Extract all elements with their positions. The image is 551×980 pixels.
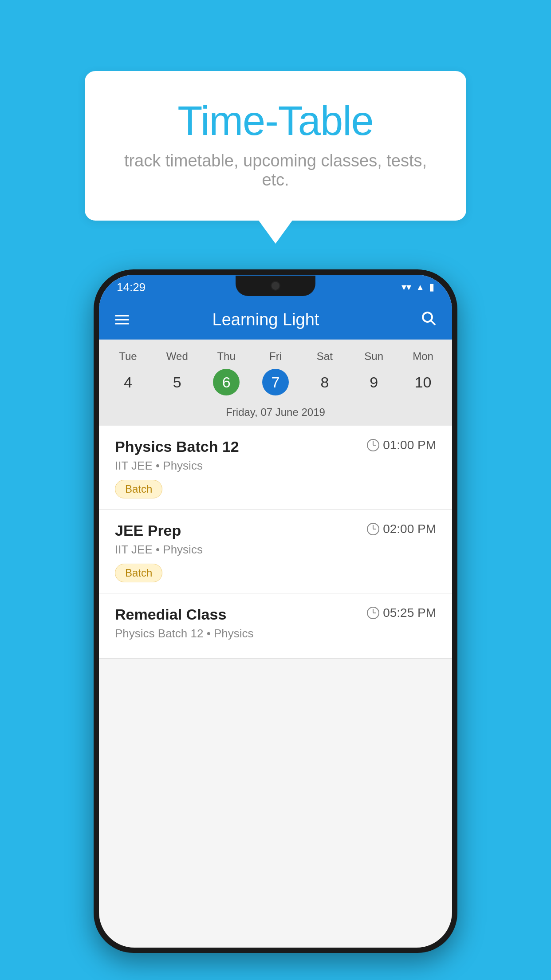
day-9[interactable]: 9 <box>361 369 387 395</box>
batch-badge-2: Batch <box>115 564 162 582</box>
schedule-time-3: 05:25 PM <box>367 606 436 620</box>
schedule-item-2[interactable]: JEE Prep 02:00 PM IIT JEE • Physics Batc… <box>99 510 452 593</box>
schedule-subtitle-1: IIT JEE • Physics <box>115 459 436 473</box>
tooltip-card: Time-Table track timetable, upcoming cla… <box>85 71 466 221</box>
day-header-sat: Sat <box>300 348 349 364</box>
status-icons: ▾▾ ▲ ▮ <box>401 281 434 293</box>
schedule-item-2-header: JEE Prep 02:00 PM <box>115 522 436 539</box>
phone-mockup: 14:29 ▾▾ ▲ ▮ Learning Light <box>94 269 457 953</box>
schedule-subtitle-3: Physics Batch 12 • Physics <box>115 627 436 640</box>
app-title: Learning Light <box>124 310 408 329</box>
day-header-tue: Tue <box>103 348 153 364</box>
day-header-thu: Thu <box>202 348 251 364</box>
schedule-time-value-1: 01:00 PM <box>383 438 436 452</box>
phone-notch <box>236 276 315 296</box>
day-4[interactable]: 4 <box>114 369 141 395</box>
day-header-sun: Sun <box>349 348 398 364</box>
tooltip-subtitle: track timetable, upcoming classes, tests… <box>120 151 431 190</box>
day-8[interactable]: 8 <box>311 369 338 395</box>
selected-date-label: Friday, 07 June 2019 <box>103 403 448 426</box>
tooltip-title: Time-Table <box>120 98 431 144</box>
day-header-fri: Fri <box>251 348 300 364</box>
clock-icon-2 <box>367 523 379 535</box>
schedule-name-3: Remedial Class <box>115 606 226 623</box>
schedule-time-2: 02:00 PM <box>367 522 436 536</box>
calendar-strip: Tue Wed Thu Fri Sat Sun Mon 4 5 6 7 8 9 … <box>99 340 452 426</box>
schedule-item-1[interactable]: Physics Batch 12 01:00 PM IIT JEE • Phys… <box>99 426 452 510</box>
app-bar: Learning Light <box>99 300 452 340</box>
day-numbers: 4 5 6 7 8 9 10 <box>103 369 448 403</box>
wifi-icon: ▾▾ <box>401 281 411 293</box>
schedule-time-value-3: 05:25 PM <box>383 606 436 620</box>
day-10[interactable]: 10 <box>410 369 437 395</box>
schedule-list: Physics Batch 12 01:00 PM IIT JEE • Phys… <box>99 426 452 659</box>
camera <box>271 281 280 291</box>
day-header-wed: Wed <box>153 348 202 364</box>
clock-icon-3 <box>367 607 379 619</box>
day-header-mon: Mon <box>398 348 448 364</box>
search-icon[interactable] <box>420 310 436 330</box>
schedule-name-1: Physics Batch 12 <box>115 438 239 455</box>
battery-icon: ▮ <box>429 281 434 293</box>
schedule-item-3-header: Remedial Class 05:25 PM <box>115 606 436 623</box>
day-6-today[interactable]: 6 <box>213 369 240 395</box>
schedule-subtitle-2: IIT JEE • Physics <box>115 543 436 557</box>
schedule-time-1: 01:00 PM <box>367 438 436 452</box>
schedule-time-value-2: 02:00 PM <box>383 522 436 536</box>
day-7-selected[interactable]: 7 <box>262 369 289 395</box>
phone-screen: 14:29 ▾▾ ▲ ▮ Learning Light <box>99 275 452 948</box>
batch-badge-1: Batch <box>115 480 162 498</box>
day-5[interactable]: 5 <box>164 369 190 395</box>
clock-icon-1 <box>367 439 379 451</box>
schedule-name-2: JEE Prep <box>115 522 181 539</box>
phone-frame: 14:29 ▾▾ ▲ ▮ Learning Light <box>94 269 457 953</box>
schedule-item-3[interactable]: Remedial Class 05:25 PM Physics Batch 12… <box>99 593 452 659</box>
svg-line-1 <box>431 320 435 324</box>
signal-icon: ▲ <box>416 282 425 292</box>
day-headers: Tue Wed Thu Fri Sat Sun Mon <box>103 348 448 364</box>
status-time: 14:29 <box>117 281 146 294</box>
schedule-item-1-header: Physics Batch 12 01:00 PM <box>115 438 436 455</box>
